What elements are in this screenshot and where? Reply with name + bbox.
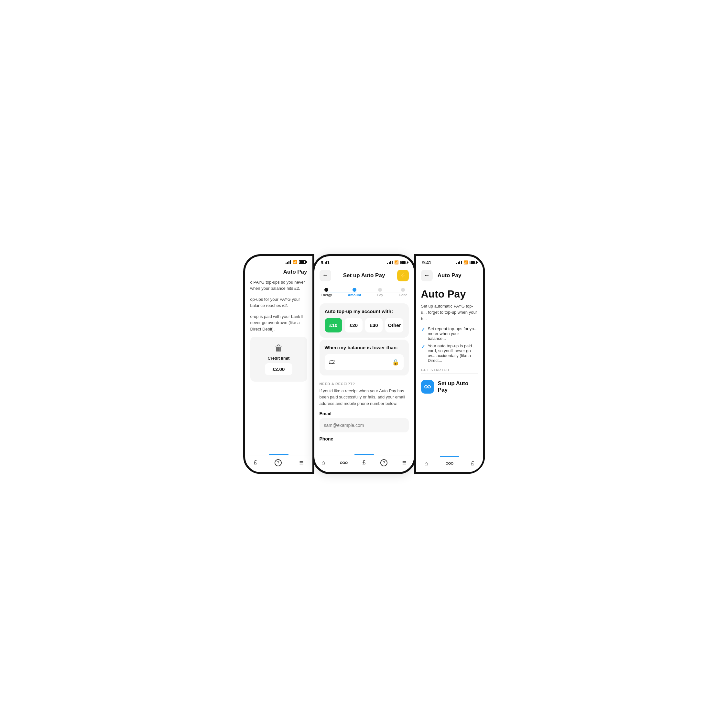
center-nav-header: ← Set up Auto Pay ⚡ [314, 267, 414, 285]
center-phone: 9:41 📶 ← Set up Auto Pay ⚡ [312, 254, 416, 474]
center-nav-menu[interactable]: ≡ [402, 459, 407, 467]
check-icon-1: ✓ [421, 327, 425, 332]
step-amount: Amount [348, 288, 361, 297]
step-pay-dot [378, 288, 382, 292]
center-back-button[interactable]: ← [320, 270, 331, 281]
svg-point-5 [446, 462, 448, 464]
receipt-section: NEED A RECEIPT? If you'd like a receipt … [314, 378, 414, 446]
credit-limit-card: 🗑 Credit limit £2.00 [250, 336, 307, 382]
step-energy-dot [324, 288, 328, 292]
right-desc: Set up automatic PAYG top-u... forget to… [421, 303, 478, 322]
step-amount-dot [353, 288, 356, 292]
svg-point-6 [448, 462, 451, 464]
amount-btn-20[interactable]: £20 [345, 318, 362, 332]
center-nav-title: Set up Auto Pay [343, 272, 385, 279]
step-pay-label: Pay [377, 293, 383, 297]
left-nav-header: Auto Pay [245, 266, 312, 279]
right-home-icon: ⌂ [425, 460, 428, 467]
left-bottom-nav: £ ? ≡ [245, 455, 312, 472]
svg-point-7 [451, 462, 453, 464]
left-nav-help[interactable]: ? [275, 459, 282, 466]
amount-grid: £10 £20 £30 Other [325, 318, 404, 332]
setup-icon [421, 380, 434, 394]
center-time: 9:41 [321, 260, 330, 265]
step-energy-label: Energy [321, 293, 332, 297]
credit-limit-value: £2.00 [265, 363, 293, 375]
step-done: Done [399, 288, 407, 297]
checklist-item-2: ✓ Your auto top-up is paid ... card, so … [421, 343, 478, 363]
credit-limit-label: Credit limit [268, 356, 290, 361]
signal-icon [286, 260, 291, 264]
right-nav-title: Auto Pay [437, 272, 462, 279]
setup-btn-text: Set up Auto Pay [438, 380, 478, 393]
wifi-icon: 📶 [293, 260, 297, 264]
setup-auto-pay-button[interactable]: Set up Auto Pay [421, 378, 478, 396]
right-wifi-icon: 📶 [463, 260, 468, 265]
stepper: Energy Amount Pay Done [314, 285, 414, 301]
step-energy: Energy [321, 288, 332, 297]
home-icon: ⌂ [321, 459, 325, 466]
step-done-label: Done [399, 293, 407, 297]
center-nav-home[interactable]: ⌂ [321, 459, 325, 466]
balance-row: £2 🔒 [325, 354, 404, 370]
lock-icon: 🔒 [392, 359, 399, 366]
right-nav-balance[interactable]: £ [471, 460, 474, 467]
amount-btn-30[interactable]: £30 [365, 318, 383, 332]
balance-card: When my balance is lower than: £2 🔒 [320, 340, 409, 375]
checklist-text-1: Set repeat top-ups for yo... meter when … [428, 326, 478, 341]
right-time: 9:41 [422, 260, 431, 265]
left-nav-title: Auto Pay [283, 269, 307, 275]
right-back-icon: ← [424, 272, 430, 279]
step-amount-label: Amount [348, 293, 361, 297]
step-done-dot [401, 288, 405, 292]
battery-icon [299, 260, 306, 264]
right-usage-icon [446, 461, 453, 466]
right-balance-icon: £ [471, 460, 474, 467]
step-pay: Pay [377, 288, 383, 297]
amount-btn-other[interactable]: Other [385, 318, 403, 332]
check-icon-2: ✓ [421, 344, 425, 350]
infinity-icon [424, 383, 431, 390]
usage-icon [340, 460, 348, 465]
right-big-title: Auto Pay [421, 289, 478, 300]
balance-value: £2 [329, 359, 335, 365]
help-icon: ? [380, 459, 387, 466]
right-bottom-nav: ⌂ £ [416, 457, 483, 472]
center-battery-icon [401, 261, 407, 264]
right-nav-header: ← Auto Pay [416, 267, 483, 285]
right-status-bar: 9:41 📶 [416, 256, 483, 267]
left-nav-balance[interactable]: £ [254, 459, 257, 466]
amount-btn-10[interactable]: £10 [325, 318, 343, 332]
left-status-bar: 📶 [245, 256, 312, 266]
trash-icon[interactable]: 🗑 [275, 343, 283, 353]
amount-card-title: Auto top-up my account with: [325, 309, 404, 314]
center-status-bar: 9:41 📶 [314, 256, 414, 267]
center-nav-usage[interactable] [340, 460, 348, 465]
left-nav-menu[interactable]: ≡ [299, 459, 303, 467]
center-bottom-nav: ⌂ £ ? ≡ [314, 455, 414, 472]
right-back-button[interactable]: ← [421, 270, 433, 281]
svg-point-1 [343, 462, 345, 464]
balance-card-title: When my balance is lower than: [325, 345, 404, 350]
right-nav-usage[interactable] [446, 461, 453, 466]
center-nav-help[interactable]: ? [380, 459, 387, 466]
right-battery-icon [470, 261, 477, 264]
amount-card: Auto top-up my account with: £10 £20 £30… [320, 303, 409, 338]
menu-icon: ≡ [402, 459, 407, 467]
center-wifi-icon: 📶 [394, 260, 399, 265]
left-desc1: c PAYG top-ups so you never when your ba… [250, 279, 307, 292]
scene: 📶 Auto Pay c PAYG top-ups so you never w… [170, 241, 558, 487]
receipt-description: If you'd like a receipt when your Auto P… [320, 388, 409, 407]
get-started-label: GET STARTED [421, 368, 478, 372]
left-desc2: op-ups for your PAYG your balance reache… [250, 296, 307, 309]
right-nav-home[interactable]: ⌂ [425, 460, 428, 467]
balance-icon: £ [362, 459, 366, 466]
right-phone: 9:41 📶 ← Auto Pay Auto [414, 254, 485, 474]
email-label: Email [320, 411, 409, 416]
email-input[interactable] [320, 418, 409, 433]
center-lightning-button[interactable]: ⚡ [397, 270, 409, 281]
center-nav-balance[interactable]: £ [362, 459, 366, 466]
right-signal-icon [456, 261, 462, 264]
checklist-item-1: ✓ Set repeat top-ups for yo... meter whe… [421, 326, 478, 341]
center-signal-icon [387, 261, 393, 264]
